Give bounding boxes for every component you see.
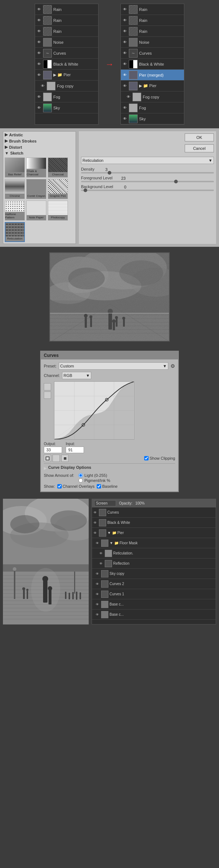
filter-type-dropdown[interactable]: Reticulation ▼ (81, 157, 214, 164)
curves-select-tool[interactable]: ↖ (44, 383, 51, 390)
visibility-icon[interactable]: 👁 (122, 51, 127, 56)
output-value[interactable]: 33 (44, 447, 62, 453)
eyedropper-black-tool[interactable]: 🔲 (44, 455, 51, 462)
visibility-icon[interactable]: 👁 (122, 73, 127, 78)
filter-charcoal[interactable]: Charcoal (48, 157, 68, 178)
visibility-icon[interactable]: 👁 (122, 83, 127, 89)
visibility-icon[interactable]: 👁 (36, 73, 42, 78)
foreground-slider-thumb[interactable] (174, 180, 178, 183)
layer-row[interactable]: 👁 Rain (121, 4, 184, 15)
visibility-icon[interactable]: 👁 (99, 562, 104, 565)
filter-chrome[interactable]: Chrome (5, 179, 25, 199)
visibility-icon[interactable]: 👁 (122, 18, 127, 23)
visibility-icon[interactable]: 👁 (96, 603, 100, 606)
preset-dropdown[interactable]: Custom ▼ (59, 362, 168, 370)
filter-note-paper[interactable]: Note Paper (26, 201, 46, 221)
eyedropper-white-tool[interactable]: 🔳 (61, 455, 69, 462)
visibility-icon[interactable]: 👁 (93, 531, 98, 535)
layer-row-pier-merged[interactable]: 👁 Pier (merged) (121, 70, 184, 81)
filter-chalk-charcoal[interactable]: Chalk & Charcoal (26, 157, 46, 178)
visibility-icon[interactable]: 👁 (122, 105, 127, 110)
visibility-icon[interactable]: 👁 (96, 592, 100, 596)
final-layer-row-reticulation[interactable]: 👁 Reticulation. (92, 548, 216, 558)
visibility-icon[interactable]: 👁 (96, 541, 100, 545)
channel-overlays-checkbox[interactable] (57, 484, 62, 489)
visibility-icon[interactable]: 👁 (122, 7, 127, 12)
final-layer-row-reflection[interactable]: 👁 Reflection (92, 558, 216, 569)
options-icon[interactable]: ⚙ (170, 363, 175, 369)
layer-row[interactable]: 👁 Black & White (121, 59, 184, 70)
layer-row[interactable]: 👁 Black & White (35, 59, 98, 70)
visibility-icon[interactable]: 👁 (93, 511, 98, 514)
final-layer-row-curves2[interactable]: 👁 Curves 2 (92, 579, 216, 589)
layer-row[interactable]: 👁 Fog copy (121, 92, 184, 102)
filter-graphic-pen[interactable]: Graphic Pen (48, 179, 68, 199)
channel-dropdown[interactable]: RGB ▼ (62, 372, 91, 379)
visibility-icon[interactable]: 👁 (36, 29, 42, 34)
final-layer-row-curves1[interactable]: 👁 Curves 1 (92, 589, 216, 599)
layer-row[interactable]: 👁 Curves (121, 48, 184, 59)
curves-graph[interactable] (54, 381, 134, 440)
final-layer-row-sky-copy[interactable]: 👁 Sky copy (92, 569, 216, 579)
filter-category-brush[interactable]: ▶ Brush Strokes (3, 138, 76, 144)
layer-row[interactable]: 👁 Rain (121, 15, 184, 26)
ok-button[interactable]: OK (185, 133, 214, 141)
layer-row[interactable]: 👁 Fog (121, 102, 184, 113)
layer-row[interactable]: 👁 Curves (35, 48, 98, 59)
visibility-icon[interactable]: 👁 (36, 105, 42, 110)
filter-category-distort[interactable]: ▶ Distort (3, 144, 76, 150)
visibility-icon[interactable]: 👁 (96, 572, 100, 576)
visibility-icon[interactable]: 👁 (122, 40, 127, 45)
layer-row[interactable]: 👁 Sky (35, 102, 98, 113)
light-radio[interactable] (78, 473, 83, 478)
visibility-icon[interactable]: 👁 (40, 83, 45, 89)
visibility-icon[interactable]: 👁 (36, 7, 42, 12)
layer-row[interactable]: 👁 Noise (121, 37, 184, 48)
visibility-icon[interactable]: 👁 (93, 521, 98, 525)
layer-row[interactable]: 👁 Rain (35, 4, 98, 15)
background-slider-thumb[interactable] (84, 188, 87, 192)
curves-pen-tool[interactable]: ✏ (44, 392, 51, 399)
visibility-icon[interactable]: 👁 (36, 51, 42, 56)
visibility-icon[interactable]: 👁 (36, 94, 42, 100)
filter-reticulation[interactable]: Reticulation (5, 222, 25, 242)
layer-row[interactable]: 👁 Rain (35, 15, 98, 26)
final-layer-row-pier[interactable]: 👁 ▼ 📁 Pier (92, 528, 216, 538)
layer-row[interactable]: 👁 ▶ 📁 Pier (121, 81, 184, 92)
layer-row[interactable]: 👁 Noise (35, 37, 98, 48)
layer-row[interactable]: 👁 Rain (121, 26, 184, 37)
filter-conte-crayon[interactable]: Conté Crayon (26, 179, 46, 199)
background-slider[interactable] (81, 190, 214, 191)
visibility-icon[interactable]: 👁 (122, 29, 127, 34)
final-layer-row-bw[interactable]: 👁 Black & White (92, 518, 216, 528)
blend-mode-dropdown[interactable]: Screen (94, 500, 116, 506)
filter-category-artistic[interactable]: ▶ Artistic (3, 132, 76, 138)
baseline-checkbox[interactable] (97, 484, 101, 489)
visibility-icon[interactable]: 👁 (36, 62, 42, 67)
final-layer-row-floor-mask[interactable]: 👁 ▼ 📁 Floor Mask (92, 538, 216, 548)
cancel-button[interactable]: Cancel (185, 144, 214, 152)
filter-photocopy[interactable]: Photocopy (48, 201, 68, 221)
final-layer-row-curves[interactable]: 👁 Curves (92, 507, 216, 518)
pigment-radio[interactable] (78, 478, 83, 483)
layer-row[interactable]: 👁 Rain (35, 26, 98, 37)
visibility-icon[interactable]: 👁 (122, 116, 127, 121)
density-slider-thumb[interactable] (108, 171, 111, 175)
layer-row[interactable]: 👁 Sky (121, 113, 184, 124)
visibility-icon[interactable]: 👁 (96, 613, 100, 616)
layer-row[interactable]: 👁 Fog copy (35, 81, 98, 92)
foreground-slider[interactable] (81, 181, 214, 182)
density-slider[interactable] (81, 172, 214, 174)
visibility-icon[interactable]: 👁 (126, 94, 131, 100)
filter-bas-relief[interactable]: Bas Relief (5, 157, 25, 178)
layer-row[interactable]: 👁 Fog (35, 92, 98, 102)
final-layer-row-base1[interactable]: 👁 Base c... (92, 599, 216, 610)
visibility-icon[interactable]: 👁 (99, 552, 104, 555)
layer-row[interactable]: 👁 ▶ 📁 Pier (35, 70, 98, 81)
input-value[interactable]: 91 (66, 447, 84, 453)
filter-category-sketch[interactable]: ▼ Sketch (3, 150, 76, 156)
visibility-icon[interactable]: 👁 (36, 18, 42, 23)
filter-halftone[interactable]: Halftone Pattern (5, 201, 25, 221)
final-layer-row-base2[interactable]: 👁 Base c... (92, 610, 216, 620)
show-clipping-checkbox[interactable] (144, 456, 149, 460)
